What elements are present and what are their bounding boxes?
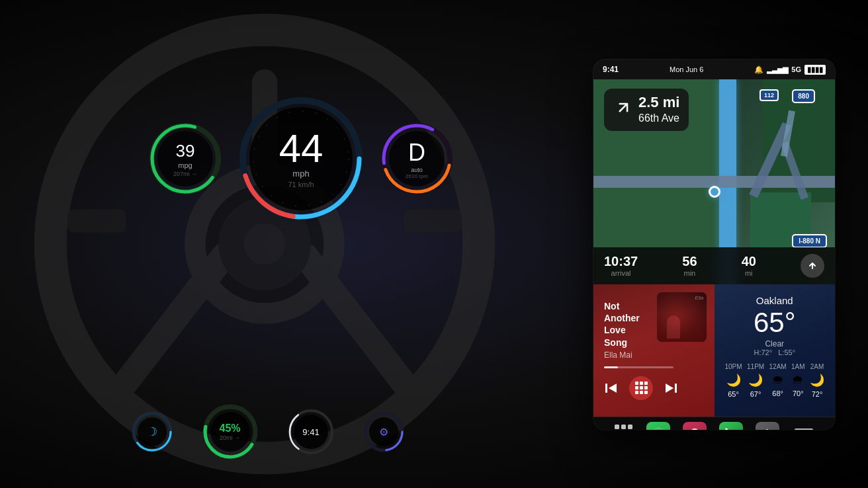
weather-high: H:72° xyxy=(754,348,772,356)
turn-direction-box: 2.5 mi 66th Ave xyxy=(604,89,689,131)
bell-icon: 🔔 xyxy=(754,65,763,74)
arrival-time: 10:37 arrival xyxy=(604,255,638,277)
maps-footer: 10:37 arrival 56 min 40 mi xyxy=(593,247,835,284)
gear-sublabel: auto xyxy=(411,167,423,173)
speed-gauge: 44 mph 71 km/h xyxy=(235,93,367,225)
battery-icon: ▮▮▮▮ xyxy=(804,65,826,75)
settings-icon: ⚙ xyxy=(379,426,388,438)
weather-hour-3: 1AM 🌧 70° xyxy=(791,363,805,398)
album-art: Ella xyxy=(657,292,707,342)
travel-minutes: 56 min xyxy=(682,255,697,277)
travel-miles: 40 mi xyxy=(742,255,756,277)
nav-location-dot xyxy=(709,186,720,198)
widgets-row: Ella Not Another Love Song Ella Mai xyxy=(593,284,835,417)
mpg-sublabel: 207mi → xyxy=(173,171,197,177)
battery-value: 45% xyxy=(219,423,240,434)
mpg-label: mpg xyxy=(178,161,192,169)
settings-gauge: ⚙ xyxy=(363,411,406,454)
prev-button[interactable] xyxy=(604,381,619,395)
speed-value: 44 xyxy=(279,129,324,169)
speed-label: mph xyxy=(292,169,309,179)
weather-hour-4: 2AM 🌙 72° xyxy=(810,363,824,398)
weather-hilo: H:72° L:55° xyxy=(725,348,825,356)
time-gauge: 9:41 xyxy=(286,407,336,457)
weather-low: L:55° xyxy=(778,348,795,356)
weather-city: Oakland xyxy=(725,295,825,306)
weather-hour-0: 10PM 🌙 65° xyxy=(725,363,742,398)
battery-label: 20mi → xyxy=(219,434,240,441)
song-title: Not Another Love Song xyxy=(604,300,648,348)
weather-hour-1: 11PM 🌙 67° xyxy=(747,363,764,398)
weather-hourly: 10PM 🌙 65° 11PM 🌙 67° 12AM 🌧 68° 1AM 🌧 xyxy=(725,363,825,398)
mpg-value: 39 xyxy=(176,141,195,161)
next-button[interactable] xyxy=(664,381,678,395)
maps-header: 2.5 mi 66th Ave xyxy=(593,79,835,138)
artist-name: Ella Mai xyxy=(604,350,648,360)
network-type: 5G xyxy=(791,65,801,73)
time-value: 9:41 xyxy=(302,427,319,437)
grid-button[interactable] xyxy=(629,376,653,400)
maps-expand-button[interactable] xyxy=(801,254,824,278)
battery-gauge: 45% 20mi → xyxy=(200,402,260,462)
speed-sublabel: 71 km/h xyxy=(288,181,314,188)
phone-dock-icon[interactable] xyxy=(719,422,743,430)
podcasts-dock-icon[interactable] xyxy=(683,422,707,430)
weather-hour-2: 12AM 🌧 68° xyxy=(769,363,787,398)
gauge-cluster: 39 mpg 207mi → 44 mph 71 km/h xyxy=(53,40,549,278)
maps-dock-icon[interactable] xyxy=(646,422,670,430)
svg-rect-31 xyxy=(675,384,677,393)
mpg-gauge: 39 mpg 207mi → xyxy=(146,119,225,198)
night-gauge: ☽ xyxy=(131,411,174,454)
weather-condition: Clear xyxy=(725,339,825,348)
weather-temp: 65° xyxy=(725,309,825,337)
svg-rect-36 xyxy=(795,428,813,430)
music-controls xyxy=(604,376,704,400)
moon-icon: ☽ xyxy=(147,425,157,439)
carplay-panel: 9:41 Mon Jun 6 🔔 ▂▃▅▆ 5G ▮▮▮▮ xyxy=(593,60,835,430)
fan-dock-icon[interactable] xyxy=(756,422,779,430)
gear-rpm: 2610 rpm xyxy=(406,173,428,179)
status-right-icons: 🔔 ▂▃▅▆ 5G ▮▮▮▮ xyxy=(754,65,826,75)
street-name: 66th Ave xyxy=(638,112,679,124)
distance-info: 2.5 mi 66th Ave xyxy=(638,95,679,124)
music-widget[interactable]: Ella Not Another Love Song Ella Mai xyxy=(593,284,715,417)
signal-bars: ▂▃▅▆ xyxy=(767,65,788,74)
home-grid-button[interactable] xyxy=(613,423,634,430)
dock xyxy=(593,417,835,430)
status-bar: 9:41 Mon Jun 6 🔔 ▂▃▅▆ 5G ▮▮▮▮ xyxy=(593,60,835,79)
progress-fill xyxy=(604,366,618,368)
highway-badge-bottom: I-880 N xyxy=(792,234,827,248)
gear-gauge: D auto 2610 rpm xyxy=(377,119,456,198)
svg-rect-30 xyxy=(605,384,607,393)
turn-arrow-icon xyxy=(613,99,632,121)
gear-value: D xyxy=(408,139,425,167)
status-date: Mon Jun 6 xyxy=(670,65,703,73)
carplay-settings-icon[interactable] xyxy=(792,422,816,430)
progress-bar[interactable] xyxy=(604,366,673,368)
bottom-gauge-row: ☽ 45% 20mi → 9:41 xyxy=(53,402,483,462)
distance-value: 2.5 mi xyxy=(638,95,679,110)
status-time: 9:41 xyxy=(603,65,619,74)
weather-widget[interactable]: Oakland 65° Clear H:72° L:55° 10PM 🌙 65°… xyxy=(715,284,836,417)
maps-section[interactable]: 880 112 2.5 mi 66th Ave I-880 N xyxy=(593,79,835,284)
